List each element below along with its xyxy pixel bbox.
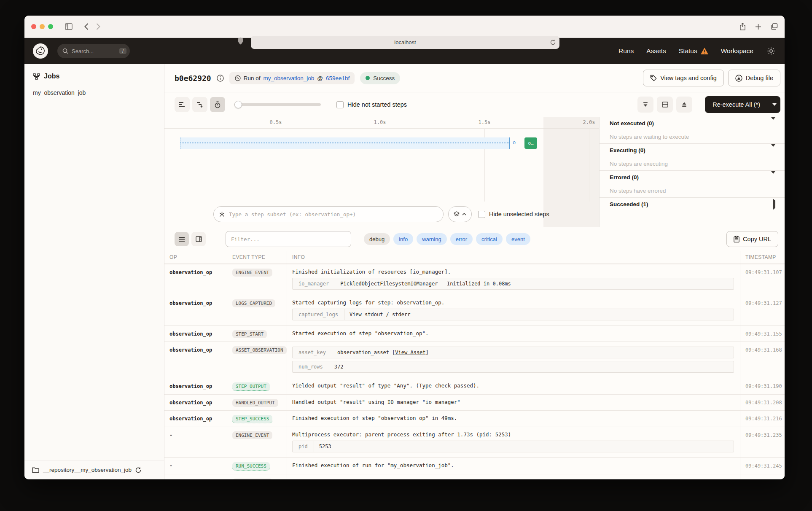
jobs-sidebar: Jobs my_observation_job __repository__my… — [24, 64, 164, 479]
event-type-tag: HANDLED_OUTPUT — [232, 399, 278, 407]
close-window-button[interactable] — [31, 24, 36, 29]
event-type-tag: STEP_SUCCESS — [232, 415, 272, 423]
timing-view-icon[interactable] — [210, 97, 225, 112]
split-panels-icon[interactable] — [657, 97, 673, 113]
nav-assets[interactable]: Assets — [646, 47, 666, 55]
level-critical[interactable]: critical — [476, 233, 503, 245]
captured-logs-link[interactable]: View stdout / stderr — [344, 309, 416, 320]
section-not-executed[interactable]: Not executed (0) — [600, 117, 785, 130]
op-name: observation_op — [169, 383, 212, 389]
log-filter-input[interactable] — [226, 231, 351, 247]
nav-runs[interactable]: Runs — [618, 47, 634, 55]
global-search-input[interactable]: Search... / — [57, 44, 130, 58]
share-icon[interactable] — [739, 23, 746, 30]
job-link[interactable]: my_observation_job — [263, 75, 314, 81]
reexecute-split-button: Re-execute All (*) — [705, 96, 780, 113]
gridline — [589, 129, 589, 202]
event-info: Finished execution of step "observation_… — [292, 414, 740, 421]
gantt-step-bar[interactable]: o… — [524, 137, 537, 149]
minimize-window-button[interactable] — [40, 24, 45, 29]
event-type-tag: STEP_OUTPUT — [232, 382, 270, 391]
hide-unselected-checkbox[interactable] — [478, 211, 485, 218]
new-tab-icon[interactable] — [755, 24, 761, 30]
reexecute-dropdown-button[interactable] — [768, 96, 780, 113]
level-debug[interactable]: debug — [364, 233, 390, 245]
hide-unselected-label: Hide unselected steps — [489, 211, 549, 218]
level-info[interactable]: info — [393, 233, 413, 245]
waterfall-view-icon[interactable] — [192, 97, 207, 112]
event-type-tag: RUN_SUCCESS — [232, 462, 270, 471]
timeline-tick: 1.5s — [479, 119, 491, 125]
repository-name[interactable]: __repository__my_observation_job — [43, 467, 132, 473]
nav-workspace[interactable]: Workspace — [721, 47, 753, 55]
subset-options-button[interactable] — [448, 206, 472, 222]
view-tags-config-button[interactable]: View tags and config — [643, 70, 724, 86]
log-row[interactable]: - RUN_SUCCESS Finished execution of run … — [164, 457, 785, 474]
log-structured-view-icon[interactable] — [191, 232, 206, 246]
event-info: Process for run exited (pid: 5253). — [292, 478, 740, 479]
hide-not-started-checkbox[interactable] — [336, 101, 344, 108]
log-row[interactable]: observation_op STEP_START Started execut… — [164, 325, 785, 342]
section-succeeded[interactable]: Succeeded (1) — [600, 198, 785, 211]
level-event[interactable]: event — [506, 233, 530, 245]
level-error[interactable]: error — [450, 233, 473, 245]
refresh-icon[interactable] — [135, 467, 141, 473]
section-empty-note: No steps are waiting to execute — [600, 130, 785, 144]
browser-forward-icon[interactable] — [96, 23, 100, 30]
zoom-slider-knob[interactable] — [234, 101, 242, 108]
gantt-toolbar: Hide not started steps Re-execute All (*… — [164, 92, 785, 117]
scroll-to-bottom-icon[interactable] — [637, 97, 653, 113]
io-manager-link[interactable]: PickledObjectFilesystemIOManager — [340, 281, 438, 287]
log-row[interactable]: observation_op LOGS_CAPTURED Started cap… — [164, 295, 785, 325]
section-errored[interactable]: Errored (0) — [600, 171, 785, 184]
op-name: observation_op — [169, 400, 212, 406]
metadata-entry: io_manager PickledObjectFilesystemIOMana… — [292, 278, 734, 290]
log-row[interactable]: observation_op ASSET_OBSERVATION asset_k… — [164, 342, 785, 378]
zoom-window-button[interactable] — [48, 24, 53, 29]
browser-back-icon[interactable] — [84, 23, 89, 30]
info-icon[interactable] — [217, 75, 224, 82]
browser-sidebar-icon[interactable] — [65, 23, 73, 30]
section-empty-note: No steps have errored — [600, 184, 785, 198]
log-row[interactable]: observation_op HANDLED_OUTPUT Handled ou… — [164, 394, 785, 410]
log-list-view-icon[interactable] — [175, 232, 189, 246]
collapse-up-icon[interactable] — [676, 97, 692, 113]
log-row[interactable]: - ENGINE_EVENT Process for run exited (p… — [164, 474, 785, 479]
flatten-view-icon[interactable] — [175, 97, 190, 112]
debug-file-button[interactable]: Debug file — [728, 70, 780, 86]
timeline-tick: 2.0s — [583, 119, 595, 125]
settings-gear-icon[interactable] — [767, 47, 775, 55]
chevron-up-icon — [462, 213, 466, 215]
metadata-entry: pid 5253 — [292, 441, 734, 452]
folder-icon — [32, 467, 39, 473]
sidebar-item-my-observation-job[interactable]: my_observation_job — [24, 89, 164, 96]
run-header: b0e62920 Run of my_observation_job @ 659… — [164, 64, 785, 92]
metadata-entry: captured_logs View stdout / stderr — [292, 309, 734, 320]
timestamp: 09:49:31.168 — [745, 346, 782, 353]
section-executing[interactable]: Executing (0) — [600, 144, 785, 157]
nav-status[interactable]: Status — [679, 47, 708, 55]
copy-url-button[interactable]: Copy URL — [726, 231, 778, 247]
timestamp: 09:49:31.235 — [745, 431, 782, 438]
commit-link[interactable]: 659ee1bf — [326, 75, 350, 81]
reload-icon[interactable] — [550, 40, 556, 45]
tab-overview-icon[interactable] — [771, 23, 778, 30]
zoom-slider[interactable] — [235, 103, 321, 106]
event-type-tag: ASSET_OBSERVATION — [232, 346, 287, 354]
col-timestamp: TIMESTAMP — [740, 251, 785, 264]
address-bar[interactable]: localhost — [251, 36, 559, 49]
dagster-logo[interactable] — [33, 43, 48, 59]
step-subset-input[interactable] — [213, 206, 444, 222]
log-row[interactable]: observation_op STEP_SUCCESS Finished exe… — [164, 410, 785, 427]
log-row[interactable]: - ENGINE_EVENT Multiprocess executor: pa… — [164, 427, 785, 457]
log-row[interactable]: observation_op ENGINE_EVENT Finished ini… — [164, 264, 785, 295]
col-op: OP — [164, 251, 227, 264]
run-of-pill: Run of my_observation_job @ 659ee1bf — [229, 72, 355, 84]
op-name: observation_op — [169, 300, 212, 306]
col-info: INFO — [287, 251, 740, 264]
view-asset-link[interactable]: View Asset — [395, 350, 425, 355]
reexecute-all-button[interactable]: Re-execute All (*) — [705, 96, 768, 113]
log-row[interactable]: observation_op STEP_OUTPUT Yielded outpu… — [164, 378, 785, 394]
jobs-icon — [33, 73, 40, 80]
level-warning[interactable]: warning — [417, 233, 447, 245]
